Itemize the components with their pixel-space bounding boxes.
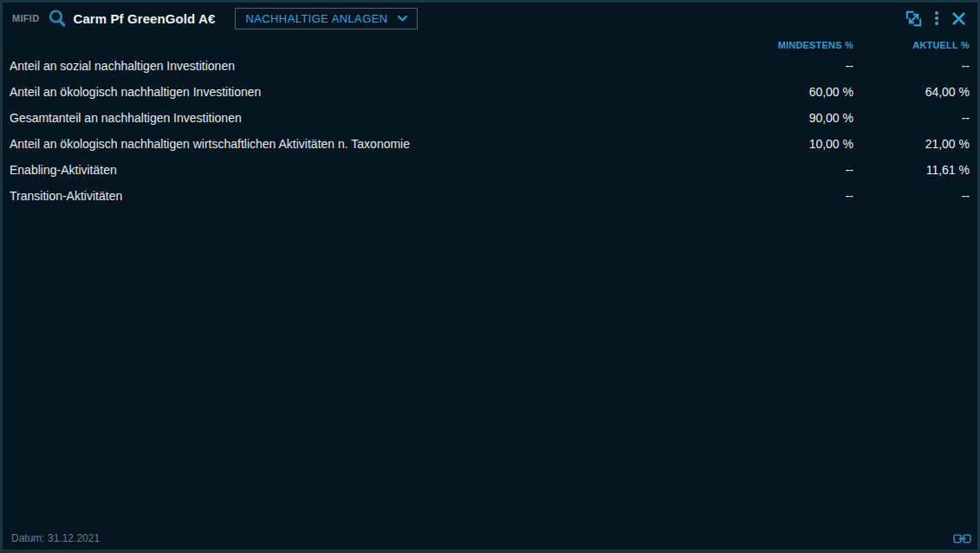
column-header-mindestens: MINDESTENS %	[732, 40, 853, 50]
instrument-name: Carm Pf GreenGold A€	[73, 11, 215, 26]
table-row: Anteil an ökologisch nachhaltigen wirtsc…	[3, 131, 977, 157]
table-header-row: MINDESTENS % AKTUELL %	[3, 34, 977, 53]
table-row: Anteil an sozial nachhaltigen Investitio…	[3, 53, 977, 79]
view-selector-dropdown[interactable]: NACHHALTIGE ANLAGEN	[235, 8, 417, 29]
row-current-value: --	[853, 59, 970, 73]
row-min-value: --	[732, 189, 853, 203]
expand-icon[interactable]	[905, 10, 922, 27]
title-bar: MIFID Carm Pf GreenGold A€ NACHHALTIGE A…	[3, 3, 977, 34]
table-row: Anteil an ökologisch nachhaltigen Invest…	[3, 79, 977, 105]
view-selector-label: NACHHALTIGE ANLAGEN	[245, 12, 387, 25]
row-label: Transition-Aktivitäten	[10, 189, 732, 203]
instrument-search[interactable]: Carm Pf GreenGold A€	[48, 9, 215, 28]
chevron-down-icon	[397, 15, 408, 22]
close-icon[interactable]	[951, 11, 966, 26]
row-min-value: --	[732, 59, 853, 73]
link-icon[interactable]	[953, 533, 971, 544]
row-current-value: --	[853, 111, 970, 125]
column-header-aktuell: AKTUELL %	[853, 40, 970, 50]
window-actions	[905, 10, 970, 27]
row-current-value: 11,61 %	[853, 163, 970, 177]
sustainability-table: MINDESTENS % AKTUELL % Anteil an sozial …	[3, 34, 977, 209]
table-row: Transition-Aktivitäten -- --	[3, 183, 977, 209]
date-label: Datum: 31.12.2021	[11, 532, 100, 544]
row-current-value: 21,00 %	[853, 137, 970, 151]
row-label: Anteil an ökologisch nachhaltigen Invest…	[10, 85, 732, 99]
row-label: Anteil an ökologisch nachhaltigen wirtsc…	[10, 137, 732, 151]
kebab-menu-icon[interactable]	[935, 11, 938, 25]
row-label: Enabling-Aktivitäten	[10, 163, 732, 177]
mifid-window: MIFID Carm Pf GreenGold A€ NACHHALTIGE A…	[0, 0, 980, 553]
table-row: Gesamtanteil an nachhaltigen Investition…	[3, 105, 977, 131]
row-label: Gesamtanteil an nachhaltigen Investition…	[10, 111, 732, 125]
search-icon[interactable]	[48, 9, 67, 28]
table-row: Enabling-Aktivitäten -- 11,61 %	[3, 157, 977, 183]
row-min-value: 60,00 %	[732, 85, 853, 99]
row-current-value: --	[853, 189, 970, 203]
row-min-value: 90,00 %	[732, 111, 853, 125]
row-current-value: 64,00 %	[853, 85, 970, 99]
row-min-value: --	[732, 163, 853, 177]
footer: Datum: 31.12.2021	[3, 532, 977, 550]
window-title: MIFID	[12, 13, 39, 23]
row-label: Anteil an sozial nachhaltigen Investitio…	[10, 59, 732, 73]
table-body: Anteil an sozial nachhaltigen Investitio…	[3, 53, 977, 209]
row-min-value: 10,00 %	[732, 137, 853, 151]
